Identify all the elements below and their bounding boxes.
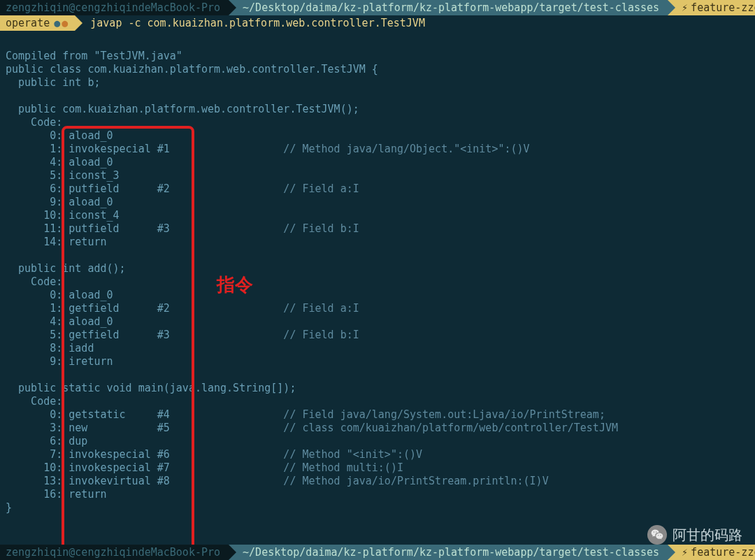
command-text[interactable]: javap -c com.kuaizhan.platform.web.contr… [75,17,425,29]
out-line: 13: invokevirtual #8 // Method java/io/P… [6,475,549,487]
out-line: 7: invokespecial #6 // Method "<init>":(… [6,448,422,461]
out-line: Compiled from "TestJVM.java" [6,50,182,62]
out-line: 14: return [6,236,107,248]
out-line: 9: aload_0 [6,196,113,208]
wechat-icon [647,525,667,545]
out-line: 0: aload_0 [6,289,113,301]
status-dots-icon [54,17,68,29]
out-line: } [6,501,12,514]
operate-segment: operate [0,15,75,31]
out-line: 3: new #5 // class com/kuaizhan/platform… [6,422,618,434]
branch-icon: ⚡ [682,546,688,559]
out-line: 0: aload_0 [6,129,113,142]
out-line: 5: iconst_3 [6,169,120,182]
watermark-text: 阿甘的码路 [673,526,742,545]
terminal-output: Compiled from "TestJVM.java" public clas… [0,31,755,515]
out-line: 4: aload_0 [6,156,113,168]
out-line: 6: putfield #2 // Field a:I [6,182,359,195]
annotation-label: 指令 [217,273,253,297]
command-row[interactable]: operate javap -c com.kuaizhan.platform.w… [0,15,755,31]
out-line: 6: dup [6,435,87,447]
out-line: 4: aload_0 [6,315,113,328]
branch-label: feature-zzq- [691,1,755,14]
prompt-branch-bottom: ⚡ feature-zzq- [668,545,755,560]
out-line: 10: iconst_4 [6,209,120,222]
out-line: public int b; [6,76,100,89]
out-line: public com.kuaizhan.platform.web.control… [6,103,359,115]
out-line: public static void main(java.lang.String… [6,382,296,394]
branch-label-bottom: feature-zzq- [691,546,755,559]
out-line: public int add(); [6,262,126,275]
out-line: 0: getstatic #4 // Field java/lang/Syste… [6,408,605,421]
out-line: 10: invokespecial #7 // Method multi:()I [6,461,403,474]
branch-icon: ⚡ [682,1,688,14]
out-line: 1: getfield #2 // Field a:I [6,302,359,315]
out-line: Code: [6,395,62,408]
bottom-prompt-bar: zengzhiqin@cengzhiqindeMacBook-Pro ~/Des… [0,545,755,560]
out-line: Code: [6,275,62,288]
out-line: 5: getfield #3 // Field b:I [6,329,359,341]
prompt-user: zengzhiqin@cengzhiqindeMacBook-Pro [0,0,229,15]
top-prompt-bar: zengzhiqin@cengzhiqindeMacBook-Pro ~/Des… [0,0,755,15]
out-line: 16: return [6,488,107,501]
out-line: Code: [6,116,62,129]
prompt-path-bottom: ~/Desktop/daima/kz-platform/kz-platform-… [229,545,668,560]
operate-label: operate [6,17,50,29]
prompt-user-bottom: zengzhiqin@cengzhiqindeMacBook-Pro [0,545,229,560]
prompt-branch: ⚡ feature-zzq- [668,0,755,15]
out-line: 1: invokespecial #1 // Method java/lang/… [6,143,530,155]
watermark: 阿甘的码路 [647,525,742,545]
out-line: public class com.kuaizhan.platform.web.c… [6,63,378,76]
out-line: 8: iadd [6,342,94,354]
prompt-path: ~/Desktop/daima/kz-platform/kz-platform-… [229,0,668,15]
out-line: 9: ireturn [6,355,113,368]
out-line: 11: putfield #3 // Field b:I [6,222,359,235]
